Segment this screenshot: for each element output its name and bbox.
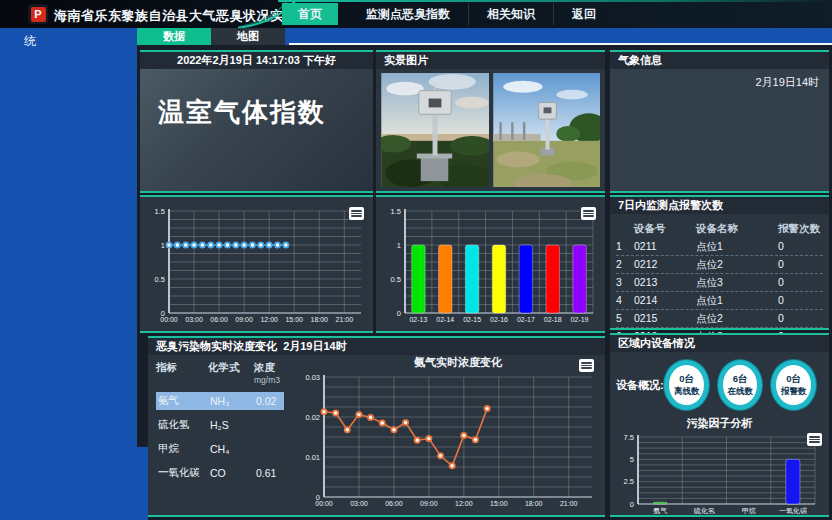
list-item[interactable]: 氨气NH₃0.02 <box>156 392 284 410</box>
tab[interactable]: 数据 <box>137 28 211 45</box>
alarms-col-device: 设备号 <box>634 220 696 238</box>
stat-label: 报警数 <box>781 386 807 398</box>
panel-photos: 实景图片 <box>376 50 605 193</box>
chart-menu-icon[interactable] <box>807 433 822 446</box>
odor-body: 指标化学式浓度mg/m3氨气NH₃0.02硫化氢H₂S甲烷CH₄一氧化碳CO0.… <box>148 355 605 515</box>
photos-body <box>376 69 605 191</box>
svg-text:02-16: 02-16 <box>490 316 508 323</box>
table-row: 10211点位10 <box>616 238 823 256</box>
photos-title: 实景图片 <box>376 52 605 69</box>
svg-text:15:00: 15:00 <box>490 500 508 507</box>
svg-text:2.5: 2.5 <box>624 477 634 486</box>
odor-title: 恶臭污染物实时浓度变化 2月19日14时 <box>148 338 605 355</box>
svg-text:21:00: 21:00 <box>336 316 354 323</box>
svg-text:氨气实时浓度变化: 氨气实时浓度变化 <box>413 356 503 368</box>
svg-text:1.5: 1.5 <box>155 207 165 216</box>
alarm-count: 0 <box>778 256 823 273</box>
pollutant-formula: NH₃ <box>210 395 256 407</box>
list-item[interactable]: 甲烷CH₄ <box>156 440 294 458</box>
logo-icon: P <box>31 7 46 22</box>
panel-clock: 2022年2月19日 14:17:03 下午好 温室气体指数 <box>140 50 373 193</box>
nav-item-active[interactable]: 首页 <box>282 3 338 25</box>
svg-text:18:00: 18:00 <box>310 316 328 323</box>
list-item[interactable]: 硫化氢H₂S <box>156 416 294 434</box>
row-index: 2 <box>616 256 634 273</box>
odor-title-text: 恶臭污染物实时浓度变化 <box>156 340 277 352</box>
pollutant-value: 0.61 <box>256 467 294 479</box>
device-name: 点位1 <box>696 238 778 255</box>
alarms-col-name: 设备名称 <box>696 220 778 238</box>
site-photo-2[interactable] <box>493 73 601 187</box>
nav-item-link[interactable]: 监测点恶臭指数 <box>348 3 469 25</box>
strip-divider <box>289 43 832 45</box>
weather-body: 2月19日14时 <box>610 69 829 191</box>
alarms-table: 设备号设备名称报警次数10211点位1020212点位2030213点位3040… <box>616 220 823 346</box>
device-stat-circle: 6台在线数 <box>718 360 763 410</box>
odor-header-row: 指标化学式浓度mg/m3 <box>156 361 294 385</box>
svg-text:1.5: 1.5 <box>391 207 401 216</box>
stat-label: 离线数 <box>674 386 700 398</box>
svg-text:甲烷: 甲烷 <box>742 507 756 515</box>
odor-unit: mg/m3 <box>254 375 294 385</box>
panel-weather: 气象信息 2月19日14时 <box>610 50 829 193</box>
svg-text:1: 1 <box>161 241 165 250</box>
panel-odor: 恶臭污染物实时浓度变化 2月19日14时 指标化学式浓度mg/m3氨气NH₃0.… <box>148 336 605 517</box>
svg-text:1: 1 <box>397 241 401 250</box>
svg-text:5: 5 <box>630 455 634 464</box>
svg-text:00:00: 00:00 <box>315 500 333 507</box>
top-bar: P 海南省乐东黎族自治县大气恶臭状况实时发布系 首页监测点恶臭指数相关知识返回 <box>0 0 832 28</box>
tab[interactable]: 地图 <box>211 28 285 45</box>
dashboard: 2022年2月19日 14:17:03 下午好 温室气体指数 实景图片 <box>137 45 832 520</box>
svg-text:06:00: 06:00 <box>210 316 228 323</box>
svg-text:02-14: 02-14 <box>436 316 454 323</box>
chart-menu-icon[interactable] <box>581 207 596 220</box>
svg-text:0.03: 0.03 <box>305 373 320 382</box>
table-row: 30213点位30 <box>616 274 823 292</box>
pollution-factor-chart: 02.557.5氨气硫化氢甲烷一氧化碳 <box>612 431 825 517</box>
alarms-title: 7日内监测点报警次数 <box>610 197 829 214</box>
panel-alarms: 7日内监测点报警次数 设备号设备名称报警次数10211点位1020212点位20… <box>610 195 829 330</box>
table-row: 20212点位20 <box>616 256 823 274</box>
stat-count: 0台 <box>786 373 801 386</box>
svg-text:02-13: 02-13 <box>409 316 427 323</box>
app-logo: P <box>28 4 48 24</box>
ammonia-trend-chart: 氨气实时浓度变化00.010.020.0300:0003:0006:0009:0… <box>294 355 602 513</box>
svg-text:0.5: 0.5 <box>391 275 401 284</box>
stat-count: 0台 <box>679 373 694 386</box>
view-tabs: 数据地图 <box>137 28 285 45</box>
device-name: 点位2 <box>696 256 778 273</box>
device-name: 点位3 <box>696 274 778 291</box>
device-id: 0213 <box>634 274 696 291</box>
pollutant-name: 硫化氢 <box>158 418 210 432</box>
svg-text:0: 0 <box>397 309 401 318</box>
chart-menu-icon[interactable] <box>579 359 594 372</box>
svg-text:硫化氢: 硫化氢 <box>693 507 715 515</box>
svg-text:0: 0 <box>630 500 634 509</box>
site-photo-1[interactable] <box>381 73 489 187</box>
pollutant-name: 一氧化碳 <box>158 466 210 480</box>
background-notch <box>137 447 148 520</box>
svg-text:12:00: 12:00 <box>260 316 278 323</box>
alarm-count: 0 <box>778 292 823 309</box>
svg-text:09:00: 09:00 <box>235 316 253 323</box>
row-index: 1 <box>616 238 634 255</box>
svg-text:03:00: 03:00 <box>185 316 203 323</box>
top-accent-line <box>278 0 832 2</box>
alarms-col-count: 报警次数 <box>778 220 823 238</box>
list-item[interactable]: 一氧化碳CO0.61 <box>156 464 294 482</box>
svg-text:06:00: 06:00 <box>385 500 403 507</box>
svg-text:12:00: 12:00 <box>455 500 473 507</box>
nav-item-link[interactable]: 相关知识 <box>469 3 554 25</box>
alarms-header-row: 设备号设备名称报警次数 <box>616 220 823 238</box>
odor-time: 2月19日14时 <box>283 340 347 352</box>
weather-title: 气象信息 <box>610 52 829 69</box>
weather-time: 2月19日14时 <box>610 69 829 90</box>
nav-item-link[interactable]: 返回 <box>554 3 614 25</box>
row-index: 5 <box>616 310 634 327</box>
odor-col-value: 浓度mg/m3 <box>254 361 294 385</box>
chart-menu-icon[interactable] <box>349 207 364 220</box>
odor-table: 指标化学式浓度mg/m3氨气NH₃0.02硫化氢H₂S甲烷CH₄一氧化碳CO0.… <box>148 355 294 515</box>
daily-index-chart: 00.511.502-1302-1402-1502-1602-1702-1802… <box>378 199 603 329</box>
row-index: 3 <box>616 274 634 291</box>
svg-text:15:00: 15:00 <box>285 316 303 323</box>
